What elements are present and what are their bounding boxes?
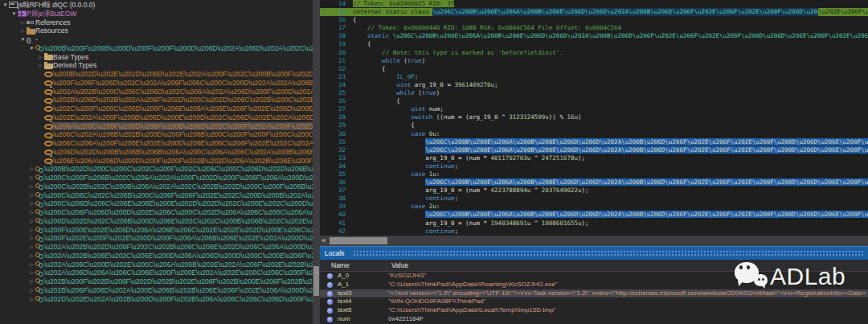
tree-row[interactable]: ▷\u202A\u206D\u206A\u206C\u206E\u200F\u2… <box>0 269 313 277</box>
line-number: 14 <box>320 0 346 8</box>
code-token: uint <box>353 81 415 88</box>
tree-row[interactable]: \u200B\u202D\u202E\u202D\u206D\u202E\u20… <box>0 70 313 79</box>
method-gear-icon <box>44 150 53 155</box>
expand-arrow-icon[interactable]: ▷ <box>28 243 35 252</box>
expand-arrow-icon[interactable]: ▷ <box>28 277 35 286</box>
tree-row[interactable]: \u202A\u202B\u200C\u206C\u206D\u202C\u20… <box>0 88 313 96</box>
expand-arrow-icon[interactable]: ▷ <box>28 226 35 235</box>
code-line: 37 arg_19_0 = (num * 4223788894u ^ 20376… <box>320 187 868 195</box>
tree-label: Derived Types <box>53 61 96 70</box>
highlighted-reference[interactable]: \u206C\u200B\u200E\u206A\u200B\u200E\u20… <box>425 211 868 218</box>
expand-arrow-icon[interactable]: ▷ <box>19 27 27 35</box>
tree-row[interactable]: \u200F\u206F\u206D\u202C\u202A\u206F\u20… <box>0 79 313 88</box>
code-view[interactable]: 14// Token: 0x02000025 RID: 3715internal… <box>320 0 868 236</box>
class-icon <box>35 244 44 250</box>
tree-row[interactable]: \u202C\u200F\u200C\u206D\u206F\u206E\u20… <box>0 105 313 113</box>
highlighted-reference[interactable]: \u206C\u200B\u200E\u206A\u200B\u200E\u20… <box>425 178 868 186</box>
code-hscrollbar-thumb[interactable] <box>330 237 387 244</box>
code-line: 25 while (true) <box>320 89 868 97</box>
code-token: while <box>353 57 403 64</box>
tree-row[interactable]: ▷\u202B\u200F\u202B\u206F\u202D\u202B\u2… <box>0 277 313 286</box>
expand-arrow-icon[interactable]: ▷ <box>28 199 35 208</box>
tree-row[interactable]: ▷Resources <box>0 27 313 35</box>
highlighted-reference[interactable]: \u206C\u200B\u200E\u206A\u200B\u200E\u20… <box>425 138 868 146</box>
expand-arrow-icon[interactable]: ▷ <box>28 217 35 226</box>
tree-label: \u202B\u206D\u202B\u202A\u206F\u202D\u20… <box>53 96 313 105</box>
code-token <box>353 178 425 186</box>
method-gear-icon <box>44 80 53 86</box>
tree-label: \u200C\u200F\u206B\u202C\u206A\u202A\u20… <box>44 174 313 183</box>
tree-row[interactable]: ▷\u202D\u202E\u202A\u202B\u200D\u200F\u2… <box>0 295 313 304</box>
tree-row[interactable]: ▷\u202A\u202B\u206E\u202C\u206E\u200D\u2… <box>0 252 313 260</box>
expand-arrow-icon[interactable]: ▷ <box>28 174 35 183</box>
tree-row[interactable]: ▷\u200B\u202D\u200C\u200C\u202C\u200F\u2… <box>0 165 313 174</box>
expand-arrow-icon[interactable]: ▷ <box>19 18 27 27</box>
locals-row[interactable]: text5"C:\\Users\\ThinkPad\\AppData\\Loca… <box>320 306 868 315</box>
tree-row[interactable]: ▷\u200D\u202D\u202C\u206B\u200D\u206E\u2… <box>0 217 313 226</box>
code-horizontal-scrollbar[interactable]: ◀ <box>320 236 868 246</box>
expand-arrow-icon[interactable]: ▷ <box>28 183 35 191</box>
tree-row[interactable]: ▼P席je泽ButEGW <box>0 10 313 18</box>
tree-row[interactable]: ▼{}- <box>0 35 313 44</box>
expand-arrow-icon[interactable]: ▷ <box>28 260 35 269</box>
tree-row[interactable]: ▷\u202A\u206C\u200D\u202E\u200C\u206A\u2… <box>0 260 313 269</box>
tree-row[interactable]: ▷\u200C\u206F\u206D\u200D\u202E\u206C\u2… <box>0 208 313 217</box>
expand-arrow-icon[interactable]: ▷ <box>28 208 35 217</box>
tree-row[interactable]: \u202B\u206D\u202B\u202A\u206F\u202D\u20… <box>0 96 313 105</box>
tree-row[interactable]: ▷\u200C\u206C\u202C\u206B\u200C\u206F\u2… <box>0 191 313 200</box>
tree-scrollbar-thumb[interactable] <box>313 266 319 296</box>
tree-row[interactable]: ▷References <box>0 18 313 27</box>
expand-arrow-icon[interactable]: ▷ <box>37 61 44 70</box>
expand-arrow-icon[interactable]: ▷ <box>28 286 35 295</box>
code-token: case <box>353 130 429 137</box>
code-token: // Token: 0x06000440 RID: 1088 RVA: 0x00… <box>353 24 621 31</box>
tree-row[interactable]: ▷\u200F\u202E\u200F\u202E\u200D\u200F\u2… <box>0 234 313 243</box>
tree-row[interactable]: ▷\u200C\u206D\u206C\u206E\u206E\u200E\u2… <box>0 199 313 208</box>
tree-row[interactable]: ▷\u200C\u200F\u206B\u202C\u206A\u202A\u2… <box>0 174 313 183</box>
code-token: internal static class <box>353 8 432 15</box>
tree-row[interactable]: ▼\u200B\u200F\u206B\u200D\u200F\u200F\u2… <box>0 44 313 53</box>
collapse-arrow-icon[interactable]: ▼ <box>2 1 9 10</box>
tree-row[interactable]: ▼js颐RFH颐 diQC (0.0.0.0) <box>0 1 313 10</box>
code-token: ^ <box>530 187 542 194</box>
tree-row[interactable]: ▷Derived Types <box>0 61 313 70</box>
code-token: IL_0F <box>353 73 415 80</box>
assembly-explorer-tree[interactable]: ▼js颐RFH颐 diQC (0.0.0.0)▼P席je泽ButEGW▷Refe… <box>0 0 313 324</box>
tree-row[interactable]: \u206A\u200C\u206F\u206D\u206F\u200B\u20… <box>0 122 313 131</box>
tree-row[interactable]: \u202E\u202A\u200F\u200B\u206D\u200E\u20… <box>0 113 313 122</box>
tree-label: \u200D\u202D\u202C\u206B\u200D\u206E\u20… <box>44 217 313 226</box>
resources-folder-icon <box>27 29 35 35</box>
tree-row[interactable]: \u206C\u202A\u206B\u202B\u200D\u200F\u20… <box>0 130 313 139</box>
code-token: 2037649022u <box>542 187 582 194</box>
tree-row[interactable]: ▷Base Types <box>0 53 313 62</box>
tree-row[interactable]: \u206D\u202D\u200B\u206B\u206B\u206A\u20… <box>0 148 313 157</box>
tree-row[interactable]: ▷\u202B\u206F\u206D\u202A\u200E\u206B\u2… <box>0 286 313 295</box>
collapse-arrow-icon[interactable]: ▼ <box>19 35 27 44</box>
code-token: : <box>415 73 419 80</box>
tree-row[interactable]: ▷\u202A\u202B\u202D\u206F\u202C\u202B\u2… <box>0 243 313 252</box>
locals-row[interactable]: num0x4221184F <box>320 315 868 324</box>
tree-row[interactable]: \u206E\u206A\u206D\u200D\u200F\u200F\u20… <box>0 157 313 166</box>
scroll-left-arrow-icon[interactable]: ◀ <box>321 237 325 244</box>
line-number: 30 <box>320 130 346 138</box>
tree-scrollbar[interactable] <box>313 0 320 324</box>
expand-arrow-icon[interactable]: ▷ <box>28 234 35 243</box>
code-token[interactable]: \u206C\u200B\u200E\u206A\u200B\u200E\u20… <box>432 8 818 16</box>
locals-row[interactable]: text4"WIN-QOHDG9FA0BF\\ThinkPad" <box>320 297 868 306</box>
highlighted-reference[interactable]: \u206C\u200B\u200E\u206A\u200B\u200E\u20… <box>425 146 868 154</box>
column-header-value[interactable]: Value <box>387 261 408 269</box>
expand-arrow-icon[interactable]: ▷ <box>28 165 35 174</box>
expand-arrow-icon[interactable]: ▷ <box>28 269 35 277</box>
collapse-arrow-icon[interactable]: ▼ <box>28 44 35 53</box>
tree-row[interactable]: ▷\u200F\u200E\u202E\u206D\u206A\u206E\u2… <box>0 226 313 235</box>
column-header-name[interactable]: Name <box>320 260 387 271</box>
expand-arrow-icon[interactable]: ▷ <box>28 252 35 260</box>
tree-label-selected: \u206A\u200C\u206F\u206D\u206F\u200B\u20… <box>53 122 313 131</box>
tree-row[interactable]: \u206C\u206A\u200F\u200E\u202E\u200D\u20… <box>0 139 313 148</box>
expand-arrow-icon[interactable]: ▷ <box>28 191 35 200</box>
tree-row[interactable]: ▷\u200C\u202B\u202C\u200B\u206A\u202A\u2… <box>0 183 313 191</box>
expand-arrow-icon[interactable]: ▷ <box>28 295 35 304</box>
collapse-arrow-icon[interactable]: ▼ <box>10 10 18 18</box>
code-token: case <box>353 170 429 178</box>
expand-arrow-icon[interactable]: ▷ <box>37 53 44 62</box>
